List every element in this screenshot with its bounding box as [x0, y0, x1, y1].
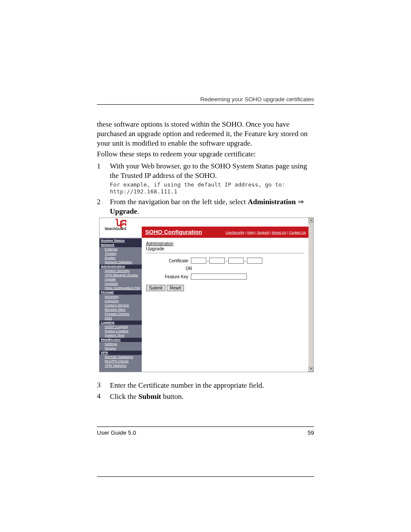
dash-2: - [225, 258, 228, 263]
sidebar-outgoing[interactable]: Outgoing [100, 299, 142, 303]
running-header: Redeeming your SOHO upgrade certificates [200, 96, 314, 103]
logo-icon: ʯʭ [116, 220, 126, 227]
page-title: Upgrade [146, 246, 304, 251]
step-4-bold: Submit [138, 392, 161, 401]
watchguard-logo: ʯʭ WatchGuard [105, 220, 126, 231]
sidebar-settings[interactable]: Settings [100, 342, 142, 346]
feature-key-label: Feature Key [146, 274, 191, 279]
step-3-text: Enter the Certificate number in the appr… [110, 381, 314, 390]
dash-1: - [206, 258, 209, 263]
step-2-text-a: From the navigation bar on the left side… [110, 198, 248, 206]
sidebar-network-statistics[interactable]: Network Statistics [100, 260, 142, 264]
sidebar-routes[interactable]: Routes [100, 256, 142, 260]
breadcrumb[interactable]: Administration [146, 241, 304, 246]
link-help[interactable]: Help [247, 230, 254, 234]
step-2-bold-b: Upgrade [110, 207, 137, 215]
certificate-row: Certificate --- [146, 258, 304, 264]
sidebar-wsep-logging[interactable]: WSEP Logging [100, 325, 142, 329]
sidebar-firewall[interactable]: Firewall [100, 290, 142, 295]
paragraph-2: Follow these steps to redeem your upgrad… [97, 149, 314, 159]
sidebar-vpn[interactable]: VPN [100, 351, 142, 355]
banner: SOHO Configuration LiveSecurity | Help |… [142, 227, 308, 238]
step-3: 3 Enter the Certificate number in the ap… [97, 381, 314, 390]
sidebar-vpn-statistics[interactable]: VPN Statistics [100, 364, 142, 368]
step-2-arrow-icon: ⇒ [296, 198, 304, 206]
sidebar-syslog-logging[interactable]: Syslog Logging [100, 329, 142, 333]
sidebar-trusted[interactable]: Trusted [100, 252, 142, 256]
banner-links: LiveSecurity | Help | Support | About Us… [226, 230, 306, 234]
step-4-text-b: button. [161, 392, 184, 401]
sidebar-system-status[interactable]: System Status [100, 239, 142, 243]
paragraph-1: these software options is stored within … [97, 120, 314, 148]
sidebar: System Status Network External Trusted R… [100, 238, 142, 372]
step-1: 1 With your Web browser, go to the SOHO … [97, 162, 314, 196]
reset-button[interactable] [167, 285, 184, 291]
footer-left: User Guide 5.0 [97, 429, 136, 436]
sidebar-view-config-file[interactable]: View Configuration File [100, 286, 142, 290]
header-rule [97, 104, 314, 105]
sidebar-incoming[interactable]: Incoming [100, 295, 142, 299]
link-about[interactable]: About Us [272, 230, 286, 234]
dash-3: - [244, 258, 247, 263]
bottom-rule [97, 476, 314, 477]
sidebar-external[interactable]: External [100, 247, 142, 252]
step-2-tail: . [137, 207, 139, 215]
sidebar-firewall-options[interactable]: Firewall Options [100, 312, 142, 316]
certificate-field-3[interactable] [228, 258, 244, 264]
link-livesecurity[interactable]: LiveSecurity [226, 230, 245, 234]
sidebar-update[interactable]: Update [100, 277, 142, 282]
scrollbar-track[interactable]: ▴ ▾ [308, 218, 313, 372]
sidebar-logging[interactable]: Logging [100, 320, 142, 325]
sidebar-blocked-sites[interactable]: Blocked Sites [100, 308, 142, 312]
sidebar-system-security[interactable]: System Security [100, 269, 142, 273]
sidebar-webblocker[interactable]: WebBlocker [100, 338, 142, 342]
step-1-text: With your Web browser, go to the SOHO Sy… [110, 162, 307, 180]
footer-page-number: 59 [308, 429, 314, 436]
embedded-screenshot: ▴ ▾ ʯʭ WatchGuard SOHO Configuration Liv… [99, 218, 314, 372]
topbar: ʯʭ WatchGuard SOHO Configuration LiveSec… [100, 218, 308, 238]
step-4: 4 Click the Submit button. [97, 392, 314, 401]
sidebar-dmz[interactable]: DMZ [100, 316, 142, 320]
step-2-bold-a: Administration [248, 198, 296, 206]
certificate-field-2[interactable] [209, 258, 225, 264]
footer-rule [97, 426, 314, 427]
step-3-number: 3 [97, 381, 110, 390]
step-4-number: 4 [97, 392, 110, 401]
scroll-down-button[interactable]: ▾ [308, 367, 313, 372]
sidebar-groups[interactable]: Groups [100, 346, 142, 351]
certificate-field-1[interactable] [191, 258, 206, 264]
body-text-block: these software options is stored within … [97, 120, 314, 226]
scroll-up-button[interactable]: ▴ [308, 218, 313, 223]
step-1-number: 1 [97, 162, 110, 196]
feature-key-field[interactable] [191, 274, 247, 280]
certificate-field-4[interactable] [247, 258, 262, 264]
logo-text: WatchGuard [105, 227, 126, 231]
feature-key-row: Feature Key [146, 274, 304, 280]
sidebar-network[interactable]: Network [100, 243, 142, 247]
sidebar-administration[interactable]: Administration [100, 264, 142, 269]
sidebar-custom-service[interactable]: Custom Service [100, 303, 142, 308]
certificate-label: Certificate [146, 258, 191, 263]
or-label: OR [146, 266, 304, 271]
sidebar-vpn-manager-access[interactable]: VPN Manager Access [100, 273, 142, 277]
button-row [146, 285, 304, 291]
divider [146, 253, 304, 253]
post-screenshot-steps: 3 Enter the Certificate number in the ap… [97, 378, 314, 403]
content-panel: Administration Upgrade Certificate --- O… [142, 238, 308, 372]
sidebar-remote-gateways[interactable]: Remote Gateways [100, 355, 142, 359]
sidebar-upgrade[interactable]: Upgrade [100, 282, 142, 286]
step-4-text-a: Click the [110, 392, 138, 401]
step-1-note: For example, if using the default IP add… [110, 181, 314, 196]
link-contact[interactable]: Contact Us [289, 230, 306, 234]
sidebar-muvpn-clients[interactable]: MUVPN Clients [100, 359, 142, 364]
submit-button[interactable] [146, 285, 165, 291]
sidebar-system-time[interactable]: System Time [100, 333, 142, 338]
link-support[interactable]: Support [257, 230, 269, 234]
banner-title: SOHO Configuration [145, 229, 202, 235]
